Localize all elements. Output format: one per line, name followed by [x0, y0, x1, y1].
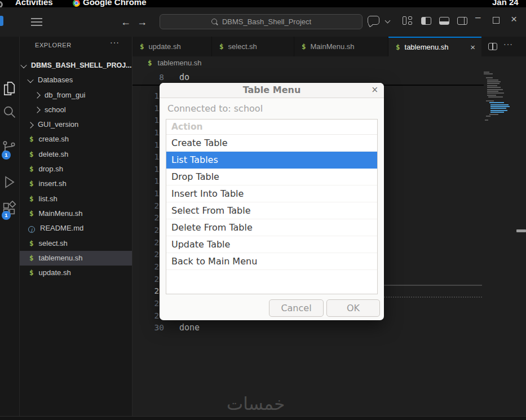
shell-file-icon: $ — [29, 150, 34, 158]
list-item-update-table[interactable]: Update Table — [166, 236, 377, 253]
vscode-logo-icon — [0, 16, 3, 26]
editor-line: 30done — [132, 322, 526, 334]
shell-file-icon: $ — [29, 135, 34, 143]
editor-more-actions-icon[interactable]: ··· — [503, 39, 513, 48]
split-editor-icon[interactable] — [488, 43, 497, 50]
shell-file-icon: $ — [29, 254, 34, 262]
tab-mainmenu-sh[interactable]: $MainMenu.sh — [294, 37, 388, 56]
explorer-sidebar: EXPLORER ··· DBMS_BASH_SHELL_PROJ... Dat… — [20, 37, 132, 416]
tree-item-school[interactable]: school — [20, 103, 132, 117]
chevron-right-icon — [34, 92, 40, 98]
tree-item-delete-sh[interactable]: $delete.sh — [20, 147, 132, 162]
focused-app-label[interactable]: Google Chrome — [83, 0, 147, 7]
tab-select-sh[interactable]: $select.sh — [212, 37, 294, 56]
chevron-down-icon — [27, 77, 33, 83]
chrome-icon — [73, 0, 80, 7]
toggle-secondary-sidebar-icon[interactable] — [457, 17, 467, 25]
forward-icon[interactable]: → — [137, 14, 147, 30]
shell-file-icon: $ — [29, 268, 34, 277]
maximize-button[interactable] — [493, 17, 500, 24]
chevron-right-icon — [27, 122, 33, 128]
close-tab-icon[interactable]: × — [470, 42, 475, 52]
shell-file-icon: $ — [140, 42, 144, 51]
command-center-search[interactable]: DBMS_Bash_Shell_Project — [160, 14, 363, 29]
tab-tablemenu-sh[interactable]: $tablemenu.sh× — [388, 37, 481, 56]
tab-update-sh[interactable]: $update.sh — [132, 37, 212, 56]
shell-file-icon: $ — [396, 43, 400, 51]
clock-label[interactable]: Jan 24 — [492, 0, 519, 7]
list-item-select-from-table[interactable]: Select From Table — [166, 202, 377, 219]
toggle-primary-sidebar-icon[interactable] — [421, 17, 431, 25]
chevron-down-icon[interactable] — [385, 18, 391, 24]
customize-layout-icon[interactable] — [403, 16, 413, 25]
shell-file-icon: $ — [29, 209, 34, 218]
chevron-right-icon — [34, 107, 40, 113]
tree-item-update-sh[interactable]: $update.sh — [20, 266, 132, 280]
editor-tab-bar: $update.sh $select.sh $MainMenu.sh $tabl… — [132, 37, 526, 56]
tree-item-db-from-gui[interactable]: db_from_gui — [20, 88, 132, 103]
breadcrumb-file: tablemenu.sh — [158, 59, 202, 67]
search-value: DBMS_Bash_Shell_Project — [222, 17, 311, 26]
shell-file-icon: $ — [29, 194, 34, 203]
run-debug-icon[interactable] — [1, 174, 17, 190]
activities-button[interactable]: Activities — [15, 0, 53, 7]
shell-file-icon: $ — [219, 42, 224, 51]
tree-item-gui-version[interactable]: GUI_version — [20, 117, 132, 132]
ok-button[interactable]: OK — [326, 299, 380, 317]
explorer-icon[interactable] — [1, 81, 17, 96]
list-item-back-to-main-menu[interactable]: Back to Main Menu — [166, 253, 377, 270]
list-item-list-tables[interactable]: List Tables — [166, 152, 377, 169]
list-item-delete-from-table[interactable]: Delete From Table — [166, 219, 377, 236]
readme-info-icon: i — [28, 226, 35, 233]
tree-item-insert-sh[interactable]: $insert.sh — [20, 176, 132, 191]
dialog-title-bar[interactable]: Table Menu × — [160, 83, 384, 98]
tree-item-databases[interactable]: Databases — [20, 73, 132, 87]
tree-item-readme-md[interactable]: iREADME.md — [20, 221, 132, 236]
dialog-close-icon[interactable]: × — [371, 83, 378, 98]
toggle-panel-icon[interactable] — [439, 17, 449, 25]
tree-item-select-sh[interactable]: $select.sh — [20, 236, 132, 251]
shell-file-icon: $ — [148, 59, 152, 67]
explorer-title: EXPLORER — [35, 42, 72, 48]
list-item-insert-into-table[interactable]: Insert Into Table — [166, 185, 377, 202]
dialog-title: Table Menu — [243, 85, 301, 95]
minimize-button[interactable]: – — [475, 12, 480, 23]
shell-file-icon: $ — [29, 165, 34, 173]
shell-file-icon: $ — [302, 42, 306, 51]
close-window-button[interactable]: × — [511, 13, 517, 25]
search-icon — [211, 18, 218, 25]
scrollbar-marker — [516, 229, 526, 232]
search-sidebar-icon[interactable] — [1, 104, 17, 120]
table-menu-dialog: Table Menu × Connected to: school Action… — [160, 83, 384, 320]
chevron-down-icon — [20, 62, 26, 68]
connected-label: Connected to: school — [167, 103, 263, 114]
list-item-create-table[interactable]: Create Table — [166, 135, 377, 152]
explorer-more-actions-icon[interactable]: ··· — [110, 38, 120, 47]
clipped-logo-icon — [0, 1, 3, 7]
shell-file-icon: $ — [29, 179, 34, 188]
tree-item-tablemenu-sh[interactable]: $tablemenu.sh — [20, 251, 132, 266]
file-tree: DBMS_BASH_SHELL_PROJ... Databases db_fro… — [20, 58, 132, 280]
back-icon[interactable]: ← — [121, 14, 131, 30]
tree-item-list-sh[interactable]: $list.sh — [20, 192, 132, 206]
action-list: Action Create Table List Tables Drop Tab… — [166, 119, 378, 294]
shell-file-icon: $ — [29, 239, 34, 247]
vscode-title-bar: ← → DBMS_Bash_Shell_Project – × — [0, 7, 526, 37]
cancel-button[interactable]: Cancel — [269, 299, 324, 317]
copilot-chat-icon[interactable] — [368, 16, 379, 25]
tree-item-mainmenu-sh[interactable]: $MainMenu.sh — [20, 206, 132, 221]
menu-hamburger-icon[interactable] — [31, 18, 42, 28]
action-column-header[interactable]: Action — [166, 120, 377, 135]
tree-item-drop-sh[interactable]: $drop.sh — [20, 162, 132, 176]
minimap[interactable] — [484, 72, 525, 121]
tree-item-root[interactable]: DBMS_BASH_SHELL_PROJ... — [20, 58, 132, 73]
source-control-badge: 1 — [2, 151, 11, 160]
breadcrumb[interactable]: $tablemenu.sh — [132, 56, 202, 70]
activity-bar: 1 1 — [0, 37, 20, 416]
window-bottom-edge — [0, 416, 526, 420]
watermark-text: خمسات — [227, 394, 285, 414]
tree-item-create-sh[interactable]: $create.sh — [20, 132, 132, 147]
list-item-drop-table[interactable]: Drop Table — [166, 169, 377, 185]
extensions-badge: 1 — [2, 211, 11, 220]
gnome-top-bar: Activities Google Chrome Jan 24 — [0, 0, 526, 7]
